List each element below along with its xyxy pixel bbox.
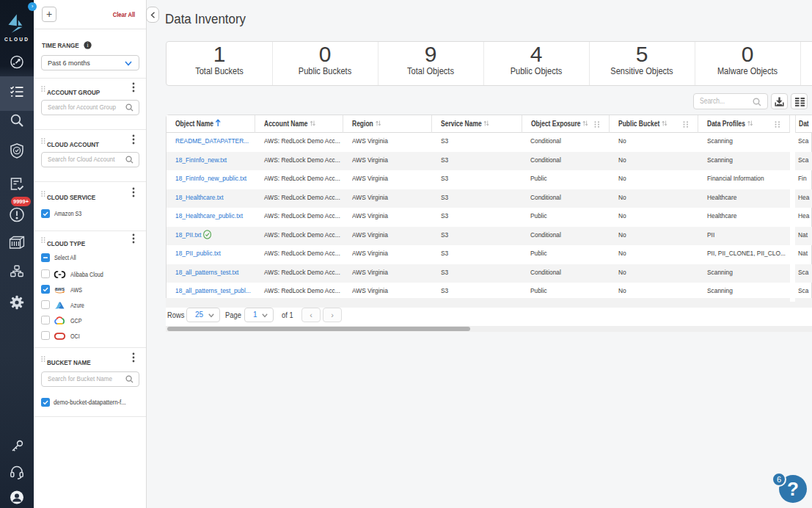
svg-text:aws: aws — [55, 286, 65, 292]
svg-text:i: i — [87, 42, 89, 48]
